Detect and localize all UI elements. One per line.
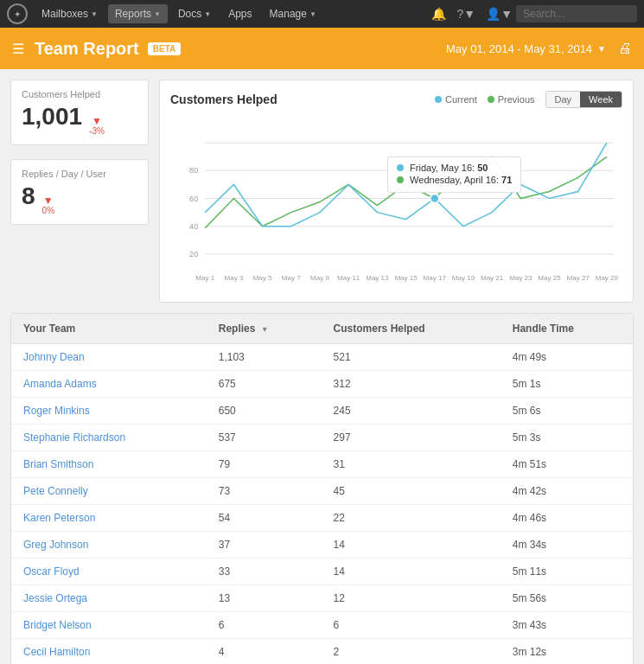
top-nav: ✦ Mailboxes ▼ Reports ▼ Docs ▼ Apps Mana… [0, 0, 644, 28]
team-member-customers: 31 [322, 451, 501, 478]
help-icon[interactable]: ?▼ [456, 7, 475, 21]
team-member-handle: 4m 51s [501, 451, 633, 478]
team-member-name[interactable]: Johnny Dean [11, 344, 207, 371]
team-member-handle: 4m 42s [501, 478, 633, 505]
team-member-name[interactable]: Amanda Adams [11, 371, 207, 398]
svg-text:May 29: May 29 [596, 274, 619, 282]
team-member-replies: 79 [207, 451, 322, 478]
team-table-panel: Your Team Replies ▼ Customers Helped Han… [10, 313, 634, 664]
col-customers: Customers Helped [322, 314, 501, 344]
team-member-customers: 22 [322, 505, 501, 532]
svg-text:May 13: May 13 [366, 274, 389, 282]
team-member-handle: 5m 56s [501, 585, 633, 612]
toggle-week-button[interactable]: Week [580, 92, 622, 107]
svg-text:20: 20 [189, 250, 198, 259]
chevron-icon: ▼ [309, 10, 316, 18]
table-header-row: Your Team Replies ▼ Customers Helped Han… [11, 314, 633, 344]
team-member-customers: 6 [322, 612, 501, 639]
svg-text:May 19: May 19 [452, 274, 475, 282]
team-member-name[interactable]: Jessie Ortega [11, 585, 207, 612]
team-member-replies: 1,103 [207, 344, 322, 371]
sort-arrow-icon: ▼ [261, 325, 269, 334]
svg-text:May 1: May 1 [195, 274, 214, 282]
team-member-replies: 6 [207, 612, 322, 639]
arrow-down-icon: ▼ [92, 116, 102, 126]
bell-icon[interactable]: 🔔 [431, 7, 446, 21]
stats-chart-row: Customers Helped 1,001 ▼ -3% Replies / D… [10, 80, 634, 303]
chevron-icon: ▼ [154, 10, 161, 18]
team-member-customers: 297 [322, 425, 501, 451]
nav-apps[interactable]: Apps [221, 4, 258, 23]
logo: ✦ [7, 3, 28, 24]
svg-text:May 21: May 21 [481, 274, 504, 282]
team-member-handle: 5m 11s [501, 559, 633, 585]
nav-manage[interactable]: Manage ▼ [263, 4, 323, 23]
team-member-replies: 13 [207, 585, 322, 612]
team-member-name[interactable]: Bridget Nelson [11, 612, 207, 639]
nav-reports[interactable]: Reports ▼ [108, 4, 168, 23]
main-content: Customers Helped 1,001 ▼ -3% Replies / D… [0, 69, 644, 664]
svg-text:May 5: May 5 [253, 274, 272, 282]
chart-title: Customers Helped [170, 93, 435, 106]
team-member-name[interactable]: Cecil Hamilton [11, 639, 207, 664]
team-member-handle: 4m 49s [501, 344, 633, 371]
chart-header: Customers Helped Current Previous Day We… [170, 91, 622, 108]
team-member-name[interactable]: Brian Smithson [11, 451, 207, 478]
team-member-customers: 245 [322, 398, 501, 425]
user-icon[interactable]: 👤▼ [486, 7, 513, 21]
stat-customers-value: 1,001 [22, 103, 82, 131]
nav-mailboxes[interactable]: Mailboxes ▼ [35, 4, 105, 23]
table-row: Karen Peterson 54 22 4m 46s [11, 505, 633, 532]
nav-docs[interactable]: Docs ▼ [171, 4, 218, 23]
col-team: Your Team [11, 314, 207, 344]
legend-previous: Previous [488, 94, 535, 105]
table-row: Jessie Ortega 13 12 5m 56s [11, 585, 633, 612]
stat-customers-helped: Customers Helped 1,001 ▼ -3% [10, 80, 149, 145]
team-member-customers: 14 [322, 559, 501, 585]
svg-text:May 25: May 25 [538, 274, 561, 282]
team-member-handle: 3m 43s [501, 612, 633, 639]
toggle-day-button[interactable]: Day [546, 92, 581, 107]
team-member-replies: 537 [207, 425, 322, 451]
team-member-handle: 5m 6s [501, 398, 633, 425]
team-member-name[interactable]: Stephanie Richardson [11, 425, 207, 451]
team-member-customers: 2 [322, 639, 501, 664]
svg-text:May 3: May 3 [224, 274, 243, 282]
table-row: Brian Smithson 79 31 4m 51s [11, 451, 633, 478]
stat-replies: Replies / Day / User 8 ▼ 0% [10, 159, 149, 225]
svg-text:May 15: May 15 [394, 274, 418, 282]
hamburger-icon[interactable]: ☰ [12, 41, 24, 57]
stat-replies-change: ▼ 0% [42, 195, 54, 215]
date-range-picker[interactable]: May 01, 2014 - May 31, 2014 ▼ [446, 42, 606, 55]
svg-text:May 7: May 7 [282, 274, 301, 282]
team-member-name[interactable]: Karen Peterson [11, 505, 207, 532]
team-member-handle: 4m 34s [501, 532, 633, 559]
chart-toggle[interactable]: Day Week [545, 91, 622, 108]
chevron-down-icon: ▼ [597, 44, 606, 54]
team-member-name[interactable]: Roger Minkins [11, 398, 207, 425]
team-member-name[interactable]: Greg Johnson [11, 532, 207, 559]
team-member-name[interactable]: Oscar Floyd [11, 559, 207, 585]
chart-panel: Customers Helped Current Previous Day We… [159, 80, 634, 303]
page-title: Team Report [35, 39, 139, 59]
search-input[interactable] [516, 5, 637, 22]
team-member-handle: 5m 1s [501, 371, 633, 398]
chart-area: 20 40 60 80 May 1 May 3 May 5 May 7 May [170, 115, 622, 291]
team-member-handle: 4m 46s [501, 505, 633, 532]
table-row: Pete Connelly 73 45 4m 42s [11, 478, 633, 505]
current-dot [435, 96, 442, 103]
stat-customers-label: Customers Helped [22, 89, 137, 99]
col-replies[interactable]: Replies ▼ [207, 314, 322, 344]
table-row: Cecil Hamilton 4 2 3m 12s [11, 639, 633, 664]
team-member-replies: 37 [207, 532, 322, 559]
svg-text:May 23: May 23 [509, 274, 532, 282]
col-handle: Handle Time [501, 314, 633, 344]
team-member-customers: 312 [322, 371, 501, 398]
stat-replies-label: Replies / Day / User [22, 169, 137, 179]
beta-badge: BETA [148, 42, 181, 55]
svg-text:May 27: May 27 [567, 274, 590, 282]
print-icon[interactable]: 🖨 [618, 41, 632, 56]
team-member-name[interactable]: Pete Connelly [11, 478, 207, 505]
team-member-customers: 12 [322, 585, 501, 612]
team-member-customers: 14 [322, 532, 501, 559]
